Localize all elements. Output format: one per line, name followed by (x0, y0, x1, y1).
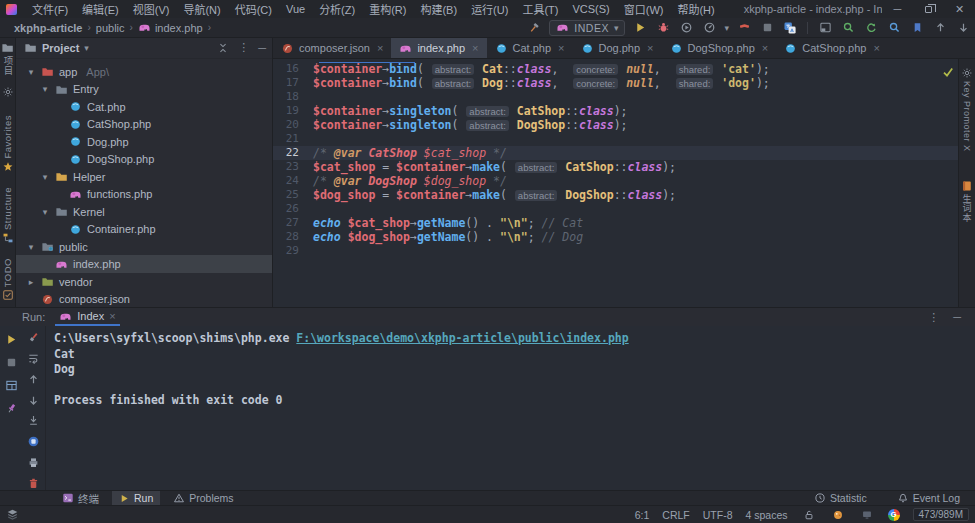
code-line-29[interactable]: 29 (273, 244, 975, 258)
right-strip-item-0[interactable]: Key Promoter X (961, 67, 973, 152)
tree-item-app[interactable]: ▾appApp\ (16, 63, 272, 81)
code-line-28[interactable]: 28echo $dog_shop→getName() . "\n"; // Do… (273, 230, 975, 244)
coverage-icon[interactable] (678, 20, 694, 36)
profiler-icon[interactable] (701, 20, 717, 36)
lock-open-icon[interactable] (801, 507, 817, 523)
breadcrumb-item-2[interactable]: index.php (138, 21, 203, 34)
close-icon[interactable]: ✕ (944, 0, 975, 18)
left-strip-item-0[interactable]: 项目 (1, 41, 15, 76)
code-line-24[interactable]: 24/* @var DogShop $dog_shop */ (273, 174, 975, 188)
phone-icon[interactable] (736, 20, 752, 36)
toolwindow-button-problems[interactable]: Problems (166, 491, 240, 506)
menu-item-0[interactable]: 文件(F) (25, 0, 75, 19)
toolwindow-button-statistic[interactable]: Statistic (807, 491, 874, 506)
collapse-all-icon[interactable] (217, 42, 229, 54)
code-line-19[interactable]: 19$container→singleton( abstract: CatSho… (273, 104, 975, 118)
console-file-link[interactable]: F:\workspace\demo\xkphp-article\public\i… (296, 331, 628, 345)
palette-icon[interactable] (830, 507, 846, 523)
tree-item-dog-php[interactable]: Dog.php (16, 133, 272, 151)
editor-tab-CatShop-php[interactable]: CatShop.php× (776, 38, 888, 58)
code-line-26[interactable]: 26 (273, 202, 975, 216)
more-options-icon[interactable]: ⋮ (928, 311, 939, 324)
toolwindow-button-run[interactable]: Run (112, 491, 160, 506)
tree-item-catshop-php[interactable]: CatShop.php (16, 115, 272, 133)
google-translate-icon[interactable]: G (888, 509, 900, 521)
menu-item-3[interactable]: 导航(N) (176, 0, 227, 19)
status-widget-1[interactable]: CRLF (662, 509, 689, 521)
run-icon[interactable] (632, 20, 648, 36)
stop-icon[interactable] (759, 20, 775, 36)
softwrap-icon[interactable] (26, 352, 42, 366)
screen-icon[interactable] (859, 507, 875, 523)
debug-icon[interactable] (655, 20, 671, 36)
editor-tab-Cat-php[interactable]: Cat.php× (487, 38, 573, 58)
code-line-23[interactable]: 23$cat_shop = $container→make( abstract:… (273, 160, 975, 174)
chevron-right-icon[interactable]: ▸ (26, 277, 36, 287)
chevron-down-icon[interactable]: ▾ (26, 67, 36, 77)
code-line-20[interactable]: 20$container→singleton( abstract: DogSho… (273, 118, 975, 132)
toolwindow-button-终端[interactable]: 终端 (55, 491, 106, 506)
menu-item-5[interactable]: Vue (279, 1, 312, 17)
menu-item-2[interactable]: 视图(V) (126, 0, 177, 19)
code-editor[interactable]: 16$container→bind( abstract: Cat::class,… (273, 59, 975, 307)
arrow-up-icon[interactable] (26, 373, 42, 387)
sync-icon[interactable] (863, 20, 879, 36)
menu-item-7[interactable]: 重构(R) (362, 0, 413, 19)
code-line-21[interactable]: 21 (273, 132, 975, 146)
left-strip-item-todo[interactable]: TODO (2, 258, 14, 301)
menu-item-1[interactable]: 编辑(E) (75, 0, 126, 19)
menu-item-11[interactable]: VCS(S) (565, 1, 616, 17)
code-line-27[interactable]: 27echo $cat_shop→getName() . "\n"; // Ca… (273, 216, 975, 230)
editor-tab-DogShop-php[interactable]: DogShop.php× (662, 38, 777, 58)
search-blue-icon[interactable] (886, 20, 902, 36)
status-widget-3[interactable]: 4 spaces (745, 509, 787, 521)
run-icon[interactable] (3, 331, 19, 347)
menu-item-12[interactable]: 窗口(W) (617, 0, 671, 19)
tree-item-cat-php[interactable]: Cat.php (16, 98, 272, 116)
tree-item-composer-json[interactable]: composer.json (16, 290, 272, 307)
printer-icon[interactable] (26, 456, 42, 470)
minimize-icon[interactable]: ─ (882, 0, 913, 18)
arrow-up-icon[interactable] (932, 20, 948, 36)
tree-item-public[interactable]: ▾public (16, 238, 272, 256)
close-icon[interactable]: × (109, 310, 115, 322)
left-strip-item-1[interactable] (2, 86, 14, 98)
code-line-17[interactable]: 17$container→bind( abstract: Dog::class,… (273, 76, 975, 90)
tree-item-container-php[interactable]: Container.php (16, 220, 272, 238)
tree-item-dogshop-php[interactable]: DogShop.php (16, 150, 272, 168)
breadcrumb-item-1[interactable]: public (96, 22, 125, 34)
status-widget-2[interactable]: UTF-8 (703, 509, 733, 521)
tree-item-index-php[interactable]: index.php (16, 255, 272, 273)
project-panel-title[interactable]: Project (42, 42, 79, 54)
chevron-down-icon[interactable]: ▾ (40, 172, 50, 182)
more-options-icon[interactable]: ⋮ (238, 41, 249, 54)
run-tab-index[interactable]: Index × (55, 308, 119, 326)
tree-item-kernel[interactable]: ▾Kernel (16, 203, 272, 221)
editor-tab-index-php[interactable]: index.php× (391, 38, 486, 58)
tree-item-helper[interactable]: ▾Helper (16, 168, 272, 186)
menu-item-10[interactable]: 工具(T) (515, 0, 565, 19)
translate-icon[interactable] (782, 20, 798, 36)
tree-item-entry[interactable]: ▾Entry (16, 80, 272, 98)
left-strip-item-favorites[interactable]: Favorites (2, 115, 14, 173)
code-line-25[interactable]: 25$dog_shop = $container→make( abstract:… (273, 188, 975, 202)
hide-panel-icon[interactable]: ─ (258, 42, 266, 54)
left-strip-item-structure[interactable]: Structure (2, 187, 14, 244)
close-icon[interactable]: × (377, 42, 383, 54)
menu-item-6[interactable]: 分析(Z) (312, 0, 362, 19)
menu-item-13[interactable]: 帮助(H) (670, 0, 721, 19)
code-line-18[interactable]: 18 (273, 90, 975, 104)
tool-window-switcher-icon[interactable] (6, 508, 19, 521)
search-green-icon[interactable] (840, 20, 856, 36)
chevron-down-icon[interactable]: ▾ (40, 84, 50, 94)
code-line-22[interactable]: 22/* @var CatShop $cat_shop */ (273, 146, 975, 160)
chevron-down-icon[interactable]: ▾ (614, 23, 619, 33)
hide-panel-icon[interactable]: ─ (953, 311, 961, 323)
close-icon[interactable]: × (647, 42, 653, 54)
pin-icon[interactable] (3, 400, 19, 416)
arrow-down-icon[interactable] (26, 393, 42, 407)
inspection-ok-icon[interactable] (941, 65, 955, 79)
maximize-icon[interactable] (913, 0, 944, 18)
editor-tab-composer-json[interactable]: composer.json× (273, 38, 391, 58)
trash-icon[interactable] (26, 476, 42, 490)
